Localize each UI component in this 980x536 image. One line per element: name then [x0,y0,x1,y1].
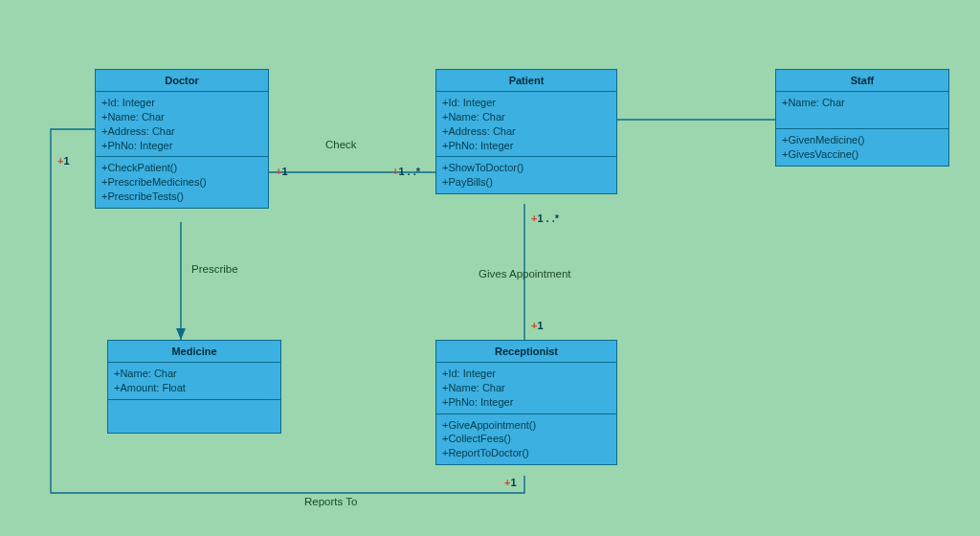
label-reports-to: Reports To [304,496,357,507]
class-receptionist: Receptionist +Id: Integer +Name: Char +P… [435,340,617,465]
class-ops: +CheckPatient() +PrescribeMedicines() +P… [96,157,268,208]
mult-check-b: +1 . .* [392,166,420,177]
class-title: Patient [436,70,616,92]
mult-rt-b: +1 [57,155,70,167]
mult-ga-a: +1 . .* [531,212,559,224]
class-title: Staff [776,70,948,92]
class-attrs: +Name: Char +Amount: Float [108,363,280,400]
class-patient: Patient +Id: Integer +Name: Char +Addres… [435,69,617,194]
class-ops [108,400,280,433]
class-ops: +GiveAppointment() +CollectFees() +Repor… [436,414,616,465]
class-title: Medicine [108,341,280,363]
class-attrs: +Id: Integer +Name: Char +Address: Char … [96,92,268,157]
class-ops: +ShowToDoctor() +PayBills() [436,157,616,193]
class-attrs: +Name: Char [776,92,948,129]
mult-check-a: +1 [276,166,288,177]
class-ops: +GivenMedicine() +GivesVaccine() [776,129,948,166]
class-title: Doctor [96,70,268,92]
class-title: Receptionist [436,341,616,363]
label-check: Check [325,139,357,150]
mult-ga-b: +1 [531,320,544,331]
label-prescribe: Prescribe [191,263,238,275]
class-attrs: +Id: Integer +Name: Char +Address: Char … [436,92,616,157]
arrowhead-prescribe [176,328,186,340]
mult-rt-a: +1 [504,477,517,488]
class-attrs: +Id: Integer +Name: Char +PhNo: Integer [436,363,616,414]
class-doctor: Doctor +Id: Integer +Name: Char +Address… [95,69,269,209]
label-gives-appointment: Gives Appointment [479,268,571,279]
class-staff: Staff +Name: Char +GivenMedicine() +Give… [775,69,949,167]
class-medicine: Medicine +Name: Char +Amount: Float [107,340,281,434]
